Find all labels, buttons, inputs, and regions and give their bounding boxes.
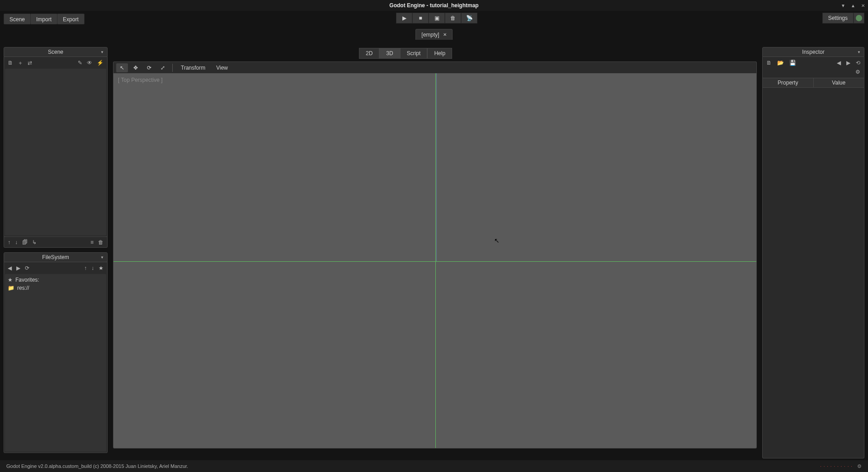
viewport-label: [ Top Perspective ] <box>118 77 163 83</box>
transform-menu[interactable]: Transform <box>176 65 210 71</box>
duplicate-icon[interactable]: 🗐 <box>22 239 28 245</box>
tab-2d[interactable]: 2D <box>359 48 379 59</box>
scale-tool-icon[interactable]: ⤢ <box>157 63 169 72</box>
settings-icon[interactable]: ⚙ <box>857 463 862 469</box>
star-icon: ★ <box>8 277 13 283</box>
view-mode-tabs: 2D 3D Script Help <box>359 48 452 59</box>
inspector-panel-title[interactable]: Inspector ▼ <box>762 47 864 57</box>
reparent-icon[interactable]: ↳ <box>32 239 37 245</box>
gear-icon[interactable]: ⚙ <box>855 69 860 78</box>
chevron-down-icon: ▼ <box>100 50 104 54</box>
inspector-tools: 🗎 📂 💾 ◀ ▶ ⟲ <box>763 57 864 69</box>
back-icon[interactable]: ◀ <box>8 265 12 271</box>
tab-3d[interactable]: 3D <box>379 48 400 59</box>
rotate-tool-icon[interactable]: ⟳ <box>143 63 155 72</box>
scene-tree[interactable] <box>5 69 106 236</box>
menubar: Scene Import Export ▶ ■ ▣ 🗑 📡 Settings <box>4 13 864 25</box>
filesystem-tree[interactable]: ★ Favorites: 📁 res:// <box>5 274 106 452</box>
godot-icon <box>856 15 862 21</box>
add-icon[interactable]: ＋ <box>18 59 23 67</box>
save-resource-icon[interactable]: 💾 <box>789 60 796 66</box>
res-root-item[interactable]: 📁 res:// <box>8 285 104 291</box>
axis-vertical <box>435 73 436 448</box>
axis-vertical-secondary <box>436 73 437 261</box>
tab-script[interactable]: Script <box>400 48 428 59</box>
close-button[interactable]: ✕ <box>858 0 868 11</box>
viewport-3d[interactable]: [ Top Perspective ] ↖ <box>113 73 757 448</box>
scene-panel: 🗎 ＋ ⇄ ✎ 👁 ⚡ ↑ ↓ 🗐 ↳ ≡ 🗑 <box>4 57 108 248</box>
favorite-icon[interactable]: ★ <box>99 265 104 271</box>
up-icon[interactable]: ↑ <box>84 265 87 271</box>
scene-tab-label: [empty] <box>421 32 439 38</box>
signal-icon[interactable]: ⚡ <box>97 60 104 66</box>
history-icon[interactable]: ⟲ <box>856 60 860 66</box>
open-resource-icon[interactable]: 📂 <box>777 60 784 66</box>
multi-edit-icon[interactable]: ≡ <box>90 239 94 245</box>
scene-title-label: Scene <box>48 49 63 55</box>
play-custom-icon[interactable]: 🗑 <box>445 13 461 24</box>
filesystem-panel: ◀ ▶ ⟳ ↑ ↓ ★ ★ Favorites: 📁 res:// <box>4 262 108 453</box>
left-column: Scene ▼ 🗎 ＋ ⇄ ✎ 👁 ⚡ ↑ ↓ 🗐 ↳ ≡ 🗑 FileSyst… <box>4 47 108 452</box>
footer: Godot Engine v2.0.alpha.custom_build (c)… <box>0 460 868 472</box>
filesystem-tools: ◀ ▶ ⟳ ↑ ↓ ★ <box>4 262 107 274</box>
favorites-item[interactable]: ★ Favorites: <box>8 277 104 283</box>
instance-icon[interactable]: ⇄ <box>28 60 32 66</box>
script-icon[interactable]: ✎ <box>78 60 82 66</box>
axis-horizontal <box>113 261 756 262</box>
debug-icon[interactable]: 📡 <box>461 13 477 24</box>
play-scene-icon[interactable]: ▣ <box>429 13 445 24</box>
view-menu[interactable]: View <box>212 65 232 71</box>
col-value: Value <box>813 78 864 87</box>
history-forward-icon[interactable]: ▶ <box>846 60 850 66</box>
separator <box>172 64 173 72</box>
center-toolbar: 2D 3D Script Help <box>113 47 757 60</box>
version-label: Godot Engine v2.0.alpha.custom_build (c)… <box>6 463 188 469</box>
titlebar: Godot Engine - tutorial_heightmap ▼ ▲ ✕ <box>0 0 868 11</box>
scene-panel-title[interactable]: Scene ▼ <box>4 47 108 57</box>
new-resource-icon[interactable]: 🗎 <box>766 60 772 66</box>
minimize-button[interactable]: ▼ <box>838 0 848 11</box>
history-back-icon[interactable]: ◀ <box>837 60 841 66</box>
refresh-icon[interactable]: ⟳ <box>25 265 29 271</box>
viewport-toolbar: ↖ ✥ ⟳ ⤢ Transform View <box>113 61 757 73</box>
favorites-label: Favorites: <box>15 277 39 283</box>
scene-bottom-tools: ↑ ↓ 🗐 ↳ ≡ 🗑 <box>4 236 107 247</box>
folder-icon: 📁 <box>8 285 14 291</box>
play-controls: ▶ ■ ▣ 🗑 📡 <box>396 13 477 24</box>
window-controls: ▼ ▲ ✕ <box>838 0 868 11</box>
close-icon[interactable]: ✕ <box>443 32 447 37</box>
maximize-button[interactable]: ▲ <box>848 0 858 11</box>
godot-logo-button[interactable] <box>854 13 864 24</box>
tab-help[interactable]: Help <box>427 48 452 59</box>
mouse-cursor-icon: ↖ <box>494 237 500 244</box>
output-indicator[interactable]: · · · · · · · · · · <box>820 464 853 469</box>
new-node-icon[interactable]: 🗎 <box>8 60 13 66</box>
scene-tab-empty[interactable]: [empty] ✕ <box>415 29 452 40</box>
menu-export[interactable]: Export <box>57 14 85 24</box>
settings-block: Settings <box>822 13 864 24</box>
filesystem-title-label: FileSystem <box>42 254 69 260</box>
inspector-panel: 🗎 📂 💾 ◀ ▶ ⟲ ⚙ Property Value <box>762 57 864 458</box>
delete-icon[interactable]: 🗑 <box>98 239 104 245</box>
select-tool-icon[interactable]: ↖ <box>116 63 128 72</box>
col-property: Property <box>763 78 813 87</box>
move-tool-icon[interactable]: ✥ <box>130 63 142 72</box>
inspector-subtools: ⚙ <box>763 69 864 78</box>
settings-button[interactable]: Settings <box>822 13 854 24</box>
down-icon[interactable]: ↓ <box>91 265 94 271</box>
chevron-down-icon: ▼ <box>100 255 104 260</box>
forward-icon[interactable]: ▶ <box>16 265 20 271</box>
stop-icon[interactable]: ■ <box>412 13 429 24</box>
move-up-icon[interactable]: ↑ <box>8 239 10 245</box>
move-down-icon[interactable]: ↓ <box>15 239 18 245</box>
chevron-down-icon: ▼ <box>857 50 861 54</box>
play-icon[interactable]: ▶ <box>396 13 412 24</box>
inspector-title-label: Inspector <box>802 49 824 55</box>
visible-icon[interactable]: 👁 <box>87 60 92 66</box>
inspector-columns: Property Value <box>763 78 864 88</box>
menu-scene[interactable]: Scene <box>4 14 31 24</box>
scene-tools: 🗎 ＋ ⇄ ✎ 👁 ⚡ <box>4 57 107 69</box>
menu-import[interactable]: Import <box>30 14 57 24</box>
window-title: Godot Engine - tutorial_heightmap <box>389 2 478 9</box>
filesystem-panel-title[interactable]: FileSystem ▼ <box>4 252 108 262</box>
